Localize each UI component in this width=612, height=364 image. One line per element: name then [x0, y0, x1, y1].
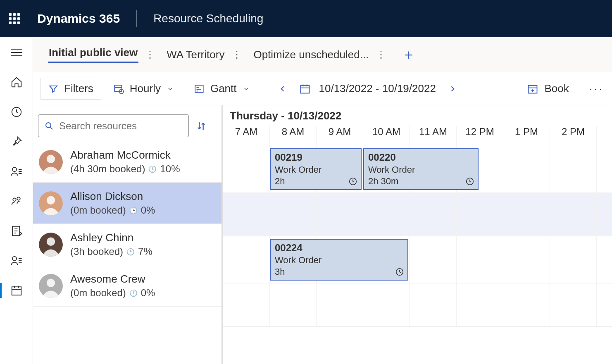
- svg-point-2: [13, 198, 16, 202]
- view-tabs: Initial public view ⋮ WA Territory ⋮ Opt…: [33, 37, 612, 72]
- svg-point-20: [47, 278, 55, 287]
- kebab-icon[interactable]: ⋮: [232, 49, 242, 60]
- tab-label: WA Territory: [166, 48, 225, 61]
- hour-label: 8 AM: [270, 126, 317, 146]
- view-mode-dropdown[interactable]: Gantt: [186, 78, 258, 100]
- svg-point-1: [12, 167, 17, 171]
- hour-label: 9 AM: [317, 126, 363, 146]
- view-mode-label: Gantt: [210, 82, 237, 95]
- resource-meta: (3h booked) 🕒 7%: [70, 246, 152, 257]
- calendar-icon[interactable]: [299, 83, 311, 95]
- clock-icon: 🕒: [129, 289, 138, 297]
- timeline-row[interactable]: 00224 Work Order 3h: [223, 236, 612, 283]
- contacts-icon[interactable]: [7, 162, 26, 181]
- book-label: Book: [544, 82, 569, 95]
- timeline-day-header: Thursday - 10/13/2022: [223, 105, 612, 126]
- pin-icon[interactable]: [7, 133, 26, 151]
- booking-duration: 2h 30m: [368, 176, 474, 187]
- calendar-clock-icon: [113, 83, 124, 94]
- resource-name: Ashley Chinn: [70, 231, 152, 244]
- resource-meta: (4h 30m booked) 🕒 10%: [70, 163, 180, 175]
- hour-label: 2 PM: [550, 126, 597, 146]
- app-name: Resource Scheduling: [153, 12, 263, 25]
- home-icon[interactable]: [7, 73, 26, 91]
- timeline-hour-row: 7 AM8 AM9 AM10 AM11 AM12 PM1 PM2 PM: [223, 126, 612, 146]
- clock-icon: 🕒: [148, 165, 157, 173]
- hamburger-button[interactable]: [7, 43, 26, 62]
- timeline-row[interactable]: [223, 283, 612, 327]
- booking-duration: 2h: [275, 176, 357, 187]
- gantt-icon: [194, 83, 205, 94]
- schedule-board-icon[interactable]: [7, 281, 26, 300]
- booking-number: 00224: [275, 242, 403, 254]
- svg-rect-6: [12, 287, 21, 295]
- avatar: [39, 191, 63, 215]
- search-resources-input[interactable]: [38, 114, 189, 137]
- svg-point-16: [47, 196, 55, 204]
- app-header: Dynamics 365 Resource Scheduling: [0, 0, 612, 37]
- svg-point-18: [47, 237, 55, 245]
- prev-week-button[interactable]: [274, 85, 291, 93]
- filter-icon: [48, 84, 58, 94]
- timeline-row[interactable]: [223, 193, 612, 236]
- booking-number: 00220: [368, 152, 474, 163]
- add-tab-button[interactable]: ＋: [393, 45, 424, 64]
- tab-label: Initial public view: [48, 46, 138, 63]
- requirements-icon[interactable]: [7, 222, 26, 240]
- chevron-down-icon: [243, 85, 250, 93]
- tab-wa-territory[interactable]: WA Territory ⋮: [162, 37, 245, 72]
- waffle-icon[interactable]: [8, 12, 21, 25]
- clock-icon: [348, 177, 357, 186]
- timescale-dropdown[interactable]: Hourly: [105, 78, 182, 100]
- timeline-grid: 00219 Work Order 2h 00220 Work Order 2h …: [223, 146, 612, 327]
- avatar: [39, 274, 63, 298]
- svg-rect-7: [114, 85, 121, 91]
- board-toolbar: Filters Hourly Gantt 10/13/2022 - 10/19/…: [33, 72, 612, 105]
- side-rail: [0, 37, 33, 364]
- resource-row[interactable]: Ashley Chinn (3h booked) 🕒 7%: [33, 224, 221, 265]
- hour-label: 10 AM: [363, 126, 410, 146]
- booking-card[interactable]: 00219 Work Order 2h: [270, 148, 362, 190]
- search-input-field[interactable]: [59, 120, 183, 132]
- booking-number: 00219: [275, 152, 357, 163]
- hour-label: 7 AM: [223, 126, 270, 146]
- tab-label: Optimize unscheduled...: [252, 48, 369, 61]
- tab-initial-public-view[interactable]: Initial public view ⋮: [45, 37, 158, 72]
- recent-icon[interactable]: [7, 103, 26, 121]
- hour-label: 1 PM: [503, 126, 550, 146]
- book-button[interactable]: Book: [519, 78, 576, 100]
- svg-point-5: [12, 257, 17, 261]
- clock-icon: 🕒: [129, 207, 138, 214]
- filters-button[interactable]: Filters: [40, 78, 101, 100]
- kebab-icon[interactable]: ⋮: [145, 49, 155, 60]
- list-icon[interactable]: [7, 252, 26, 270]
- resource-meta: (0m booked) 🕒 0%: [70, 205, 155, 216]
- crew-icon[interactable]: [7, 192, 26, 210]
- booking-card[interactable]: 00220 Work Order 2h 30m: [363, 148, 479, 190]
- more-actions-button[interactable]: ···: [581, 82, 612, 95]
- clock-icon: [395, 267, 404, 276]
- resource-panel: Abraham McCormick (4h 30m booked) 🕒 10% …: [33, 105, 223, 364]
- timescale-label: Hourly: [130, 82, 161, 95]
- resource-row[interactable]: Allison Dickson (0m booked) 🕒 0%: [33, 183, 221, 224]
- booking-card[interactable]: 00224 Work Order 3h: [270, 239, 408, 281]
- tab-optimize-unscheduled[interactable]: Optimize unscheduled... ⋮: [249, 37, 389, 72]
- kebab-icon[interactable]: ⋮: [376, 49, 386, 60]
- booking-type: Work Order: [275, 255, 403, 266]
- resource-list: Abraham McCormick (4h 30m booked) 🕒 10% …: [33, 141, 221, 364]
- booking-duration: 3h: [275, 266, 403, 277]
- timeline-row[interactable]: 00219 Work Order 2h 00220 Work Order 2h …: [223, 146, 612, 193]
- next-week-button[interactable]: [444, 85, 461, 93]
- date-range-text[interactable]: 10/13/2022 - 10/19/2022: [319, 82, 436, 95]
- resource-row[interactable]: Awesome Crew (0m booked) 🕒 0%: [33, 265, 221, 307]
- svg-rect-11: [529, 85, 537, 93]
- brand-title: Dynamics 365: [37, 12, 120, 26]
- resource-meta: (0m booked) 🕒 0%: [70, 287, 155, 299]
- svg-rect-9: [195, 85, 203, 92]
- clock-icon: [465, 177, 474, 186]
- svg-point-12: [46, 123, 51, 128]
- calendar-plus-icon: [527, 83, 538, 95]
- sort-button[interactable]: [195, 120, 207, 132]
- svg-point-3: [17, 197, 20, 200]
- resource-row[interactable]: Abraham McCormick (4h 30m booked) 🕒 10%: [33, 141, 221, 183]
